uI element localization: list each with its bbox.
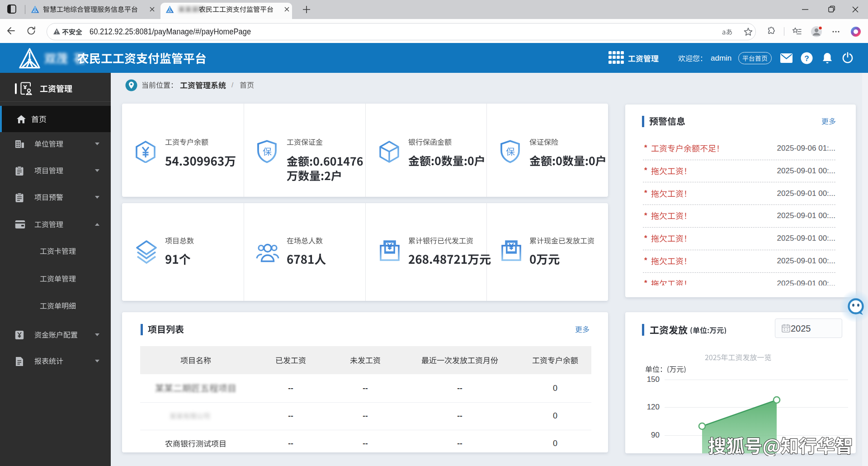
svg-text:?: ? <box>804 54 809 63</box>
